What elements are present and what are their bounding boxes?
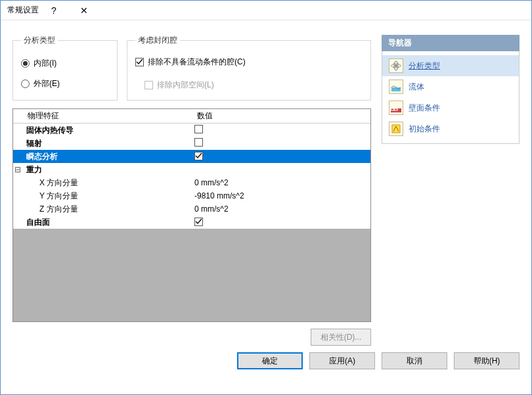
grid-cell-label: X 方向分量: [22, 177, 192, 189]
grid-cell-label: 辐射: [22, 138, 192, 149]
grid-cell-value[interactable]: [192, 125, 370, 135]
grid-row[interactable]: Y 方向分量-9810 mm/s^2: [13, 189, 370, 202]
grid-cell-value[interactable]: [192, 152, 370, 162]
help-button[interactable]: ?: [39, 1, 69, 20]
grid-cell-label: 固体内热传导: [22, 125, 192, 136]
closed-cavity-group: 考虑封闭腔 排除不具备流动条件的腔(C) 排除内部空间(L): [127, 35, 371, 101]
grid-header: 物理特征 数值: [13, 109, 370, 124]
titlebar: 常规设置 ? ✕: [1, 1, 531, 20]
grid-cell-value[interactable]: [192, 138, 370, 149]
grid-cell-value: 0 mm/s^2: [192, 204, 370, 214]
nav-item[interactable]: 分析类型: [382, 55, 519, 76]
exclude-no-flow-checkbox[interactable]: 排除不具备流动条件的腔(C): [135, 57, 363, 68]
radio-label: 外部(E): [33, 78, 60, 89]
checkbox-icon: [135, 58, 144, 66]
svg-point-2: [395, 64, 397, 67]
grid-cell-label: 自由面: [22, 217, 192, 228]
svg-rect-3: [391, 87, 401, 91]
close-button[interactable]: ✕: [69, 1, 99, 20]
checkbox-icon: [194, 125, 203, 133]
grid-empty-area: [13, 229, 370, 321]
dependency-button: 相关性(D)...: [311, 329, 371, 346]
atom-icon: [389, 58, 403, 73]
checkbox-label: 排除内部空间(L): [157, 80, 214, 91]
grid-cell-label: 瞬态分析: [22, 151, 192, 162]
cancel-button[interactable]: 取消: [382, 352, 447, 369]
col-feature: 物理特征: [22, 109, 192, 123]
grid-cell-label: Y 方向分量: [22, 191, 192, 202]
checkbox-icon: [144, 81, 153, 89]
analysis-type-legend: 分析类型: [21, 35, 58, 46]
physical-features-grid: 物理特征 数值 固体内热传导辐射瞬态分析⊟重力X 方向分量0 mm/s^2Y 方…: [12, 108, 371, 322]
grid-row[interactable]: 瞬态分析: [13, 150, 370, 163]
nav-item-label: 壁面条件: [409, 103, 440, 114]
fluid-icon: [389, 80, 403, 94]
checkbox-icon: [194, 218, 203, 226]
analysis-type-group: 分析类型 内部(I) 外部(E): [12, 35, 118, 101]
grid-cell-value: 0 mm/s^2: [192, 178, 370, 187]
nav-item[interactable]: 初始条件: [382, 118, 519, 139]
col-value: 数值: [192, 109, 370, 123]
grid-row[interactable]: X 方向分量0 mm/s^2: [13, 176, 370, 189]
grid-row[interactable]: 自由面: [13, 216, 370, 229]
help-btn[interactable]: 帮助(H): [454, 352, 520, 369]
navigator-header: 导航器: [382, 35, 520, 51]
checkbox-label: 排除不具备流动条件的腔(C): [148, 57, 246, 68]
grid-cell-value[interactable]: [192, 218, 370, 227]
nav-item[interactable]: 流体: [382, 76, 519, 97]
ok-button[interactable]: 确定: [237, 352, 303, 369]
initial-icon: [389, 122, 403, 136]
exclude-inner-checkbox: 排除内部空间(L): [144, 80, 363, 91]
grid-row[interactable]: Z 方向分量0 mm/s^2: [13, 202, 370, 216]
radio-label: 内部(I): [33, 58, 56, 69]
grid-row[interactable]: 固体内热传导: [13, 124, 370, 137]
apply-button[interactable]: 应用(A): [309, 352, 375, 369]
grid-row[interactable]: 辐射: [13, 137, 370, 150]
nav-item-label: 分析类型: [409, 60, 440, 72]
radio-icon: [21, 80, 30, 88]
radio-internal[interactable]: 内部(I): [21, 58, 109, 69]
checkbox-icon: [194, 138, 203, 147]
radio-icon: [21, 59, 30, 68]
grid-cell-value: -9810 mm/s^2: [192, 191, 370, 200]
radio-external[interactable]: 外部(E): [21, 78, 109, 89]
checkbox-icon: [194, 152, 203, 160]
window-title: 常规设置: [7, 5, 39, 16]
grid-cell-label: Z 方向分量: [22, 204, 192, 215]
nav-item[interactable]: 壁面条件: [382, 97, 519, 118]
grid-cell-label: 重力: [22, 164, 192, 175]
nav-item-label: 流体: [409, 81, 424, 93]
grid-row[interactable]: ⊟重力: [13, 163, 370, 176]
cavity-legend: 考虑封闭腔: [135, 35, 180, 46]
nav-item-label: 初始条件: [409, 124, 440, 135]
wall-icon: [389, 101, 403, 115]
navigator-panel: 导航器 分析类型流体壁面条件初始条件: [382, 35, 520, 346]
